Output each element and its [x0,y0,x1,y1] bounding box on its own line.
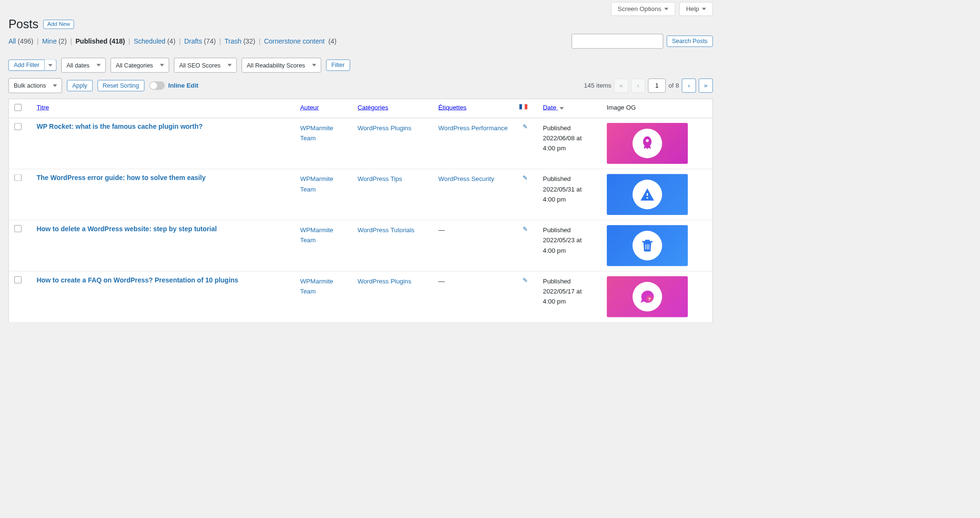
screen-options-tab[interactable]: Screen Options [611,2,675,16]
filter-published[interactable]: Published [76,37,108,45]
add-filter-button[interactable]: Add Filter [9,59,45,71]
edit-translation-icon[interactable]: ✎ [523,174,528,181]
add-new-button[interactable]: Add New [44,20,74,29]
post-author-link[interactable]: WPMarmite Team [300,174,346,194]
page-total: of 8 [668,82,679,89]
column-og: Image OG [601,99,713,118]
column-tags[interactable]: Étiquettes [438,104,467,111]
post-tag-link[interactable]: WordPress Performance [438,123,508,133]
alert-triangle-icon [639,186,656,203]
filter-seo-select[interactable]: All SEO Scores [174,58,236,73]
search-input[interactable] [571,34,663,49]
page-first-button[interactable]: « [614,79,628,92]
filter-published-count: (418) [109,37,125,45]
table-row: How to delete a WordPress website: step … [9,220,713,271]
post-category-link[interactable]: WordPress Tutorials [357,225,427,235]
filter-drafts[interactable]: Drafts [184,37,202,45]
reset-sorting-button[interactable]: Reset Sorting [98,80,145,91]
post-tag-link[interactable]: WordPress Security [438,174,508,184]
filter-trash-count: (32) [243,37,255,45]
row-checkbox[interactable] [14,276,22,283]
caret-down-icon [48,64,53,67]
search-button[interactable]: Search Posts [667,35,713,47]
help-label: Help [686,5,699,12]
post-category-link[interactable]: WordPress Plugins [357,123,427,133]
post-tag-empty: — [438,226,445,234]
og-image-thumb[interactable] [607,174,688,215]
filter-mine-count: (2) [58,37,67,45]
filter-submit-button[interactable]: Filter [326,59,350,71]
post-title-link[interactable]: WP Rocket: what is the famous cache plug… [36,123,202,130]
column-date[interactable]: Date [543,104,564,111]
post-status: Published [543,226,571,234]
column-categories[interactable]: Catégories [357,104,388,111]
select-all-checkbox[interactable] [14,104,22,111]
filter-all[interactable]: All [9,37,16,45]
trash-icon [639,238,655,253]
table-row: How to create a FAQ on WordPress? Presen… [9,271,713,322]
post-status: Published [543,124,571,132]
post-date: 2022/05/17 at 4:00 pm [543,288,582,305]
filter-cornerstone-count: (4) [328,37,336,45]
row-checkbox[interactable] [14,174,22,181]
row-checkbox[interactable] [14,123,22,130]
sort-desc-icon [559,107,564,110]
chevron-down-icon [664,8,668,10]
screen-options-label: Screen Options [618,5,661,12]
post-category-link[interactable]: WordPress Tips [357,174,427,184]
inline-edit-toggle[interactable] [149,81,165,90]
page-current-input[interactable] [648,79,666,92]
bulk-actions-select[interactable]: Bulk actions [9,78,62,93]
edit-translation-icon[interactable]: ✎ [523,277,528,284]
posts-table: Titre Auteur Catégories Étiquettes Date … [9,99,713,322]
og-image-thumb[interactable] [607,225,688,266]
filter-mine[interactable]: Mine [42,37,56,45]
page-next-button[interactable]: › [682,79,696,92]
page-title: Posts [9,17,39,31]
filter-trash[interactable]: Trash [224,37,241,45]
post-date: 2022/06/08 at 4:00 pm [543,135,582,152]
post-date: 2022/05/31 at 4:00 pm [543,186,582,203]
page-last-button[interactable]: » [699,79,713,92]
items-count: 145 items [584,82,611,89]
filter-categories-select[interactable]: All Categories [111,58,169,73]
post-tag-empty: — [438,278,445,285]
table-row: WP Rocket: what is the famous cache plug… [9,118,713,169]
rocket-icon [639,135,656,152]
apply-button[interactable]: Apply [67,80,92,91]
filter-cornerstone[interactable]: Cornerstone content [264,37,325,45]
inline-edit-label: Inline Edit [168,82,198,89]
post-author-link[interactable]: WPMarmite Team [300,276,346,296]
post-author-link[interactable]: WPMarmite Team [300,123,346,143]
edit-translation-icon[interactable]: ✎ [523,124,528,131]
og-image-thumb[interactable]: ? [607,276,688,317]
filter-drafts-count: (74) [204,37,216,45]
post-status: Published [543,176,571,183]
chevron-down-icon [702,8,706,10]
faq-speech-icon: ? [639,289,656,305]
filter-scheduled[interactable]: Scheduled [134,37,165,45]
column-author[interactable]: Auteur [300,104,319,111]
post-title-link[interactable]: How to create a FAQ on WordPress? Presen… [36,276,238,283]
filter-all-count: (496) [18,37,33,45]
post-category-link[interactable]: WordPress Plugins [357,276,427,286]
column-language-icon[interactable] [519,104,528,110]
post-title-link[interactable]: How to delete a WordPress website: step … [36,225,217,232]
help-tab[interactable]: Help [679,2,713,16]
filter-readability-select[interactable]: All Readability Scores [242,58,321,73]
row-checkbox[interactable] [14,225,22,232]
filter-dates-select[interactable]: All dates [61,58,106,73]
edit-translation-icon[interactable]: ✎ [523,225,528,233]
table-row: The WordPress error guide: how to solve … [9,169,713,220]
column-title[interactable]: Titre [36,104,49,111]
filter-scheduled-count: (4) [167,37,175,45]
post-title-link[interactable]: The WordPress error guide: how to solve … [36,174,205,181]
page-prev-button[interactable]: ‹ [631,79,645,92]
post-status: Published [543,278,571,285]
svg-text:?: ? [648,296,651,302]
post-author-link[interactable]: WPMarmite Team [300,225,346,245]
add-filter-dropdown[interactable] [45,59,56,71]
og-image-thumb[interactable] [607,123,688,164]
post-date: 2022/05/23 at 4:00 pm [543,236,582,254]
